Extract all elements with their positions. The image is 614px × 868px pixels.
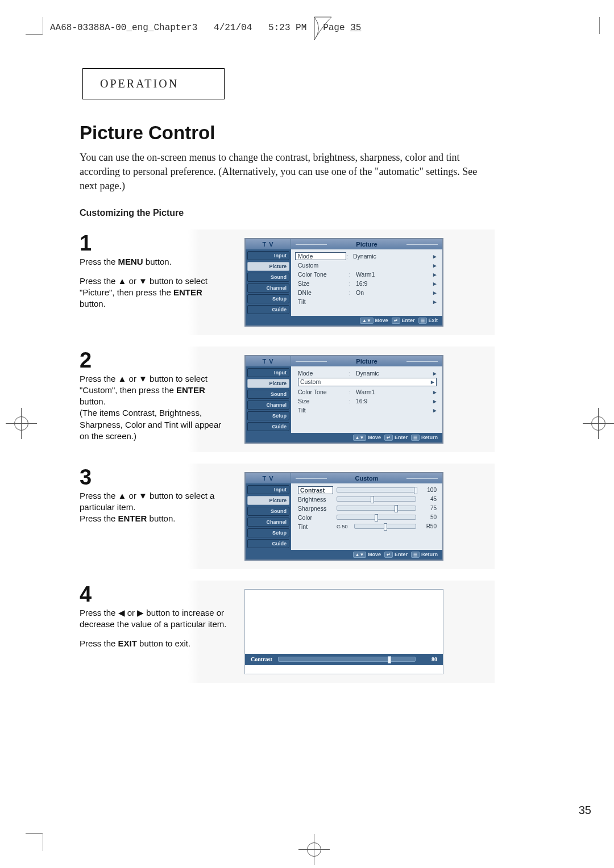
osd-row-val: Dynamic [353, 253, 430, 260]
slug-time: 5:23 PM [268, 23, 306, 33]
osd-nav-setup: Setup [247, 294, 289, 303]
slider-thumb [395, 505, 398, 512]
osd-row-key: Mode [295, 252, 346, 260]
registration-mark [298, 834, 330, 865]
chevron-right-icon: ▸ [430, 370, 437, 377]
slider-thumb [384, 523, 387, 531]
slider-thumb [388, 656, 391, 663]
osd-row-val: 16:9 [356, 280, 430, 287]
slider-thumb [375, 514, 378, 521]
step-number: 2 [80, 349, 230, 371]
slider-track [337, 487, 416, 493]
step-text: Press the ◀ or ▶ button to increase or d… [80, 607, 230, 631]
intro-paragraph: You can use the on-screen menus to chang… [80, 151, 495, 194]
registration-mark [6, 408, 37, 439]
slider-value: R50 [420, 523, 437, 529]
enter-key-icon: ↵ [384, 552, 393, 558]
slider-track [337, 515, 416, 520]
crop-mark [43, 834, 43, 851]
osd-content: Mode:Dynamic▸ Custom▸ Color Tone:Warm1▸ … [291, 249, 442, 316]
updown-icon: ▲▼ [360, 318, 374, 324]
chevron-right-icon: ▸ [430, 271, 437, 278]
osd-tv-label: T V [246, 473, 291, 483]
step-text: Press the EXIT button to exit. [80, 638, 230, 649]
osd-row-key: Custom [298, 262, 349, 269]
bar-label: Contrast [251, 656, 272, 662]
osd-slider-row: Sharpness75 [298, 504, 437, 513]
osd-footer: ▲▼ Move ↵ Enter ☰ Exit [246, 316, 442, 326]
osd-row-key: Color Tone [298, 271, 349, 278]
osd-slider-row: Color50 [298, 513, 437, 522]
menu-key-icon: ☰ [411, 552, 420, 558]
slider-track [337, 496, 416, 502]
step-1: 1 Press the MENU button. Press the ▲ or … [80, 229, 495, 335]
slider-label: Sharpness [298, 505, 333, 512]
subheading: Customizing the Picture [80, 208, 495, 218]
chevron-right-icon: ▸ [430, 298, 437, 305]
slug-date: 4/21/04 [214, 23, 252, 33]
registration-mark [583, 408, 614, 439]
osd-nav-channel: Channel [247, 283, 289, 293]
osd-content: Contrast100Brightness45Sharpness75Color5… [291, 483, 442, 550]
slider-track [354, 524, 416, 529]
page-number: 35 [579, 804, 591, 817]
chevron-right-icon: ▸ [430, 280, 437, 287]
osd-picture-menu-custom: T V Picture Input Picture Sound Channel … [244, 355, 443, 444]
osd-nav-picture: Picture [247, 262, 289, 271]
osd-title: Picture [291, 356, 442, 366]
osd-slider-row: Brightness45 [298, 495, 437, 504]
slider-thumb [414, 487, 417, 494]
section-label-box: OPERATION [82, 68, 225, 99]
slug-page-no: 35 [350, 23, 361, 33]
step-number: 4 [80, 583, 230, 605]
step-text: Press the ▲ or ▼ button to select a part… [80, 490, 230, 525]
osd-row-key: Tilt [298, 298, 349, 305]
osd-picture-menu: T V Picture Input Picture Sound Channel … [244, 238, 443, 327]
crop-mark [599, 17, 600, 34]
chevron-right-icon: ▸ [430, 389, 437, 395]
chevron-right-icon: ▸ [428, 378, 434, 385]
osd-row-val: On [356, 289, 430, 296]
slider-label: Tint [298, 523, 333, 530]
crop-mark [43, 17, 43, 34]
updown-icon: ▲▼ [353, 552, 367, 558]
page-curl-icon [312, 14, 334, 43]
step-text: Press the ▲ or ▼ button to select "Custo… [80, 373, 230, 443]
menu-key-icon: ☰ [411, 435, 420, 441]
osd-row-key: Size [298, 280, 349, 287]
osd-nav: Input Picture Sound Channel Setup Guide [246, 249, 291, 316]
osd-tv-label: T V [246, 239, 291, 249]
slider-value: 100 [420, 487, 437, 493]
chevron-right-icon: ▸ [430, 407, 437, 414]
osd-nav: Input Picture Sound Channel Setup Guide [246, 366, 291, 433]
chevron-right-icon: ▸ [430, 398, 437, 404]
step-4: 4 Press the ◀ or ▶ button to increase or… [80, 581, 495, 683]
crop-mark [26, 833, 43, 834]
slider-value: 75 [420, 505, 437, 511]
step-number: 1 [80, 232, 230, 254]
enter-key-icon: ↵ [392, 318, 400, 324]
osd-title: Custom [291, 473, 442, 483]
slug-file: AA68-03388A-00_eng_Chapter3 [50, 23, 197, 33]
section-label: OPERATION [100, 77, 179, 90]
osd-nav-sound: Sound [247, 273, 289, 282]
bar-value: 80 [421, 656, 437, 662]
menu-key-icon: ☰ [418, 318, 427, 324]
osd-nav-input: Input [247, 251, 289, 260]
osd-slider-row: Contrast100 [298, 486, 437, 495]
osd-content: Mode:Dynamic▸ Custom▸ Color Tone:Warm1▸ … [291, 366, 442, 433]
slider-track [278, 657, 416, 662]
osd-custom-menu: T V Custom Input Picture Sound Channel S… [244, 472, 443, 561]
osd-title: Picture [291, 239, 442, 249]
step-number: 3 [80, 466, 230, 488]
chevron-right-icon: ▸ [430, 262, 437, 269]
step-3: 3 Press the ▲ or ▼ button to select a pa… [80, 464, 495, 569]
step-text: Press the ▲ or ▼ button to select "Pictu… [80, 276, 230, 310]
osd-footer: ▲▼ Move ↵ Enter ☰ Return [246, 433, 442, 443]
slider-label: Contrast [298, 486, 333, 494]
step-2: 2 Press the ▲ or ▼ button to select "Cus… [80, 347, 495, 452]
slider-label: Brightness [298, 496, 333, 503]
slider-thumb [371, 496, 374, 503]
chevron-right-icon: ▸ [430, 253, 437, 260]
chevron-right-icon: ▸ [430, 289, 437, 296]
